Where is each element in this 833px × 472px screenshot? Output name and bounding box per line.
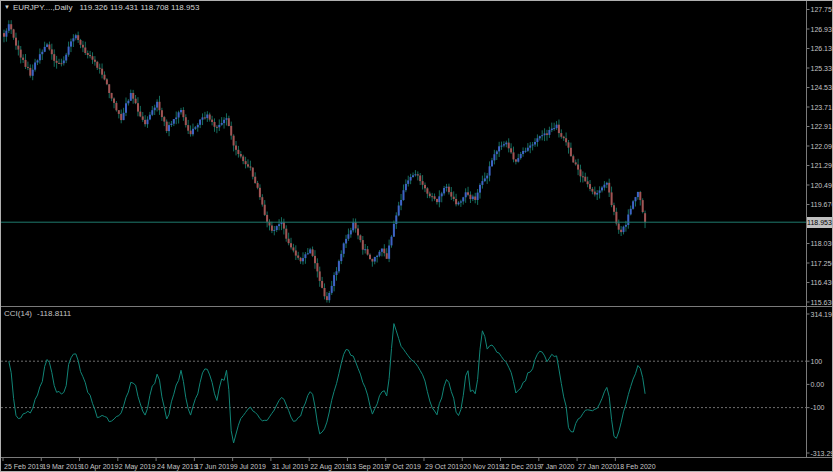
candle-body [288, 239, 290, 244]
candle-body [240, 154, 242, 157]
candle-body [383, 249, 385, 254]
candle-body [584, 177, 586, 182]
candle-body [302, 258, 304, 261]
candle-body [580, 170, 582, 177]
candle-body [13, 29, 15, 37]
cci-axis[interactable]: 314.19011000.00-100-313.2929 [807, 311, 833, 457]
symbol-period-label: EURJPY....,Daily [13, 3, 72, 12]
candle-body [642, 200, 644, 212]
candle-body [41, 52, 43, 54]
candle-body [345, 239, 347, 244]
price-axis-label: 116.430 [811, 279, 833, 286]
candle-body [120, 114, 122, 120]
price-axis-label: 125.330 [811, 65, 833, 72]
candle-body [613, 205, 615, 212]
candle-body [331, 286, 333, 293]
candle-body [271, 226, 273, 231]
candle-body [300, 258, 302, 261]
candle-body [154, 108, 156, 111]
candle-body [32, 70, 34, 76]
candle-body [436, 199, 438, 202]
candle-body [249, 167, 251, 168]
candle-body [395, 215, 397, 224]
candle-body [374, 257, 376, 262]
candle-body [496, 151, 498, 154]
candle-body [202, 117, 204, 119]
candle-body [551, 129, 553, 131]
candle-body [563, 137, 565, 139]
time-axis-label: 13 Sep 2019 [348, 463, 388, 471]
candle-body [527, 148, 529, 151]
candle-body [407, 180, 409, 184]
candle-body [175, 118, 177, 120]
price-axis-label: 123.710 [811, 104, 833, 111]
cci-axis-label: 100 [811, 358, 823, 365]
candle-body [333, 275, 335, 286]
candle-body [426, 188, 428, 193]
price-axis-label: 119.670 [811, 201, 833, 208]
candle-body [185, 117, 187, 125]
ohlc-quote-label: 119.326 119.431 118.708 118.953 [79, 3, 199, 12]
candle-body [218, 125, 220, 127]
price-axis[interactable]: 127.750126.930126.130125.330124.530123.7… [807, 6, 833, 306]
candle-body [350, 230, 352, 234]
candle-body [419, 176, 421, 182]
candle-body [161, 110, 163, 117]
candle-body [575, 162, 577, 164]
candle-body [106, 79, 108, 84]
candle-body [68, 47, 70, 55]
candle-body [51, 49, 53, 54]
candle-body [429, 194, 431, 197]
candle-body [221, 123, 223, 125]
candle-body [608, 183, 610, 193]
candle-body [254, 177, 256, 183]
cci-axis-label: -100 [811, 404, 825, 411]
time-axis[interactable]: 25 Feb 201919 Mar 201910 Apr 20192 May 2… [3, 458, 656, 471]
candle-body [247, 164, 249, 166]
candle-body [15, 38, 17, 46]
candle-body [94, 60, 96, 62]
candle-body [159, 102, 161, 110]
candle-body [199, 120, 201, 125]
candle-body [312, 249, 314, 256]
candle-body [104, 75, 106, 80]
time-axis-label: 24 May 2019 [157, 463, 198, 471]
candle-body [381, 249, 383, 252]
price-axis-label: 121.290 [811, 162, 833, 169]
cci-axis-label: -313.2929 [811, 450, 833, 457]
candle-body [443, 188, 445, 193]
candle-body [58, 63, 60, 64]
candle-body [290, 243, 292, 247]
candle-body [257, 183, 259, 188]
candle-body [431, 196, 433, 197]
candle-body [135, 99, 137, 104]
candle-body [314, 256, 316, 263]
candle-body [637, 192, 639, 197]
cci-axis-label: 0.00 [811, 381, 825, 388]
candlestick-pane[interactable] [1, 1, 806, 306]
candle-body [501, 146, 503, 147]
time-axis-label: 25 Feb 2019 [4, 463, 43, 470]
candle-body [491, 160, 493, 166]
candle-body [572, 156, 574, 162]
candle-body [326, 296, 328, 300]
price-axis-label: 118.030 [811, 240, 833, 247]
candle-body [453, 197, 455, 199]
time-axis-label: 29 Oct 2019 [425, 463, 463, 470]
candle-body [489, 166, 491, 175]
candle-body [359, 235, 361, 240]
candle-body [367, 249, 369, 254]
candle-body [635, 197, 637, 201]
candle-body [460, 201, 462, 202]
time-axis-label: 9 Jul 2019 [234, 463, 266, 470]
candle-body [548, 130, 550, 135]
candle-body [343, 243, 345, 253]
candle-body [242, 157, 244, 162]
chart-canvas: 127.750126.930126.130125.330124.530123.7… [0, 0, 833, 472]
candle-body [259, 188, 261, 197]
candle-body [304, 254, 306, 258]
indicator-pane[interactable] [1, 307, 806, 457]
candle-body [498, 146, 500, 151]
time-axis-label: 22 Aug 2019 [310, 463, 349, 471]
candle-body [166, 122, 168, 131]
